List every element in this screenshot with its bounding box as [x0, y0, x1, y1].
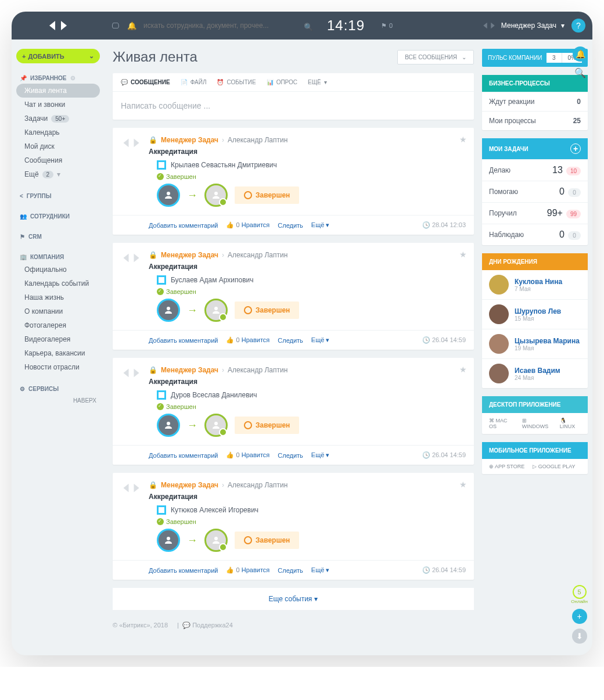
- avatar-from[interactable]: [157, 299, 180, 322]
- pulse-widget[interactable]: ПУЛЬС КОМПАНИИ 30%: [482, 49, 588, 67]
- avatar-to[interactable]: [204, 414, 228, 437]
- download-link[interactable]: ⌘ MAC OS: [489, 418, 514, 429]
- follow-link[interactable]: Следить: [278, 567, 303, 574]
- filter-button[interactable]: ВСЕ СООБЩЕНИЯ ⌄: [397, 50, 474, 64]
- tab-file[interactable]: 📄 ФАЙЛ: [181, 79, 207, 85]
- rail-plus-icon[interactable]: +: [572, 609, 587, 624]
- monitor-icon[interactable]: 🖵: [112, 21, 119, 30]
- sidebar-item[interactable]: Видеогалерея: [16, 332, 100, 346]
- services-header[interactable]: ⚙ СЕРВИСЫ: [16, 383, 100, 394]
- sidebar-item[interactable]: Задачи50+: [16, 112, 100, 125]
- more-link[interactable]: Ещё ▾: [311, 451, 330, 459]
- post-author[interactable]: Менеджер Задач: [161, 481, 218, 489]
- search-icon[interactable]: 🔍: [304, 23, 313, 31]
- sidebar-item[interactable]: Чат и звонки: [16, 98, 100, 112]
- sidebar-item[interactable]: О компании: [16, 304, 100, 318]
- post-author[interactable]: Менеджер Задач: [161, 136, 218, 144]
- task-row[interactable]: Наблюдаю00: [482, 224, 588, 245]
- sidebar-item[interactable]: Наша жизнь: [16, 290, 100, 304]
- star-icon[interactable]: ★: [459, 365, 467, 374]
- star-icon[interactable]: ★: [459, 250, 467, 259]
- sidebar-item[interactable]: Официально: [16, 263, 100, 277]
- tab-poll[interactable]: 📊 ОПРОС: [267, 79, 297, 85]
- notif-flag[interactable]: ⚑ 0: [374, 22, 400, 30]
- sidebar-item[interactable]: Ещё2 ▾: [16, 167, 100, 181]
- groups-header[interactable]: < ГРУППЫ: [16, 191, 100, 202]
- avatar-to[interactable]: [204, 299, 228, 322]
- avatar-to[interactable]: [204, 529, 228, 552]
- sidebar-item[interactable]: Календарь: [16, 125, 100, 139]
- more-link[interactable]: Ещё ▾: [311, 336, 330, 344]
- sidebar-item[interactable]: Фотогалерея: [16, 318, 100, 332]
- employees-header[interactable]: 👥 СОТРУДНИКИ: [16, 211, 100, 222]
- post-recipient[interactable]: Александр Лаптин: [228, 481, 287, 489]
- add-comment-link[interactable]: Добавить комментарий: [149, 567, 218, 574]
- avatar-from[interactable]: [157, 529, 180, 552]
- sidebar-item[interactable]: Календарь событий: [16, 277, 100, 290]
- rail-download-icon[interactable]: ⬇: [572, 629, 587, 644]
- user-menu[interactable]: Менеджер Задач ▾: [481, 21, 571, 30]
- add-comment-link[interactable]: Добавить комментарий: [149, 452, 218, 459]
- rail-search-icon[interactable]: 🔍: [574, 67, 586, 78]
- sidebar-item[interactable]: Живая лента: [16, 84, 100, 98]
- download-link[interactable]: ⊕ APP STORE: [489, 464, 524, 469]
- like-button[interactable]: 👍 0 Нравится: [226, 566, 269, 574]
- follow-link[interactable]: Следить: [278, 222, 303, 229]
- app-logo[interactable]: [12, 19, 105, 33]
- gear-icon[interactable]: ⚙: [70, 75, 76, 81]
- crm-header[interactable]: ⚑ CRM: [16, 231, 100, 242]
- birthday-item[interactable]: Куклова Нина7 Мая: [482, 270, 588, 299]
- add-comment-link[interactable]: Добавить комментарий: [149, 222, 218, 229]
- task-row[interactable]: Помогаю00: [482, 181, 588, 202]
- scroll-top[interactable]: НАВЕРХ: [16, 394, 100, 407]
- download-link[interactable]: ⊞ WINDOWS: [522, 418, 552, 429]
- tab-more[interactable]: ЕЩЁ ▾: [308, 79, 327, 85]
- follow-link[interactable]: Следить: [278, 337, 303, 344]
- avatar-from[interactable]: [157, 184, 180, 207]
- compose-input[interactable]: Написать сообщение ...: [113, 92, 474, 120]
- post-author[interactable]: Менеджер Задач: [161, 366, 218, 374]
- add-task-icon[interactable]: +: [570, 143, 581, 154]
- task-row[interactable]: Делаю1310: [482, 159, 588, 181]
- post-recipient[interactable]: Александр Лаптин: [228, 136, 287, 144]
- search-input[interactable]: [143, 21, 318, 30]
- star-icon[interactable]: ★: [459, 135, 467, 144]
- add-comment-link[interactable]: Добавить комментарий: [149, 337, 218, 344]
- follow-link[interactable]: Следить: [278, 452, 303, 459]
- post-recipient[interactable]: Александр Лаптин: [228, 366, 287, 374]
- tab-message[interactable]: 💬 СООБЩЕНИЕ: [121, 79, 170, 85]
- company-header[interactable]: 🏢 КОМПАНИЯ: [16, 252, 100, 263]
- checkbox-icon[interactable]: [157, 505, 166, 515]
- like-button[interactable]: 👍 0 Нравится: [226, 451, 269, 459]
- online-indicator[interactable]: 5 Онлайн: [571, 585, 588, 604]
- more-events-button[interactable]: Еще события ▾: [113, 588, 474, 610]
- birthday-item[interactable]: Цызырева Марина19 Мая: [482, 329, 588, 358]
- like-button[interactable]: 👍 0 Нравится: [226, 336, 269, 344]
- tab-event[interactable]: ⏰ СОБЫТИЕ: [217, 79, 256, 85]
- birthday-item[interactable]: Исаев Вадим24 Мая: [482, 358, 588, 388]
- post-author[interactable]: Менеджер Задач: [161, 251, 218, 259]
- rail-bell-icon[interactable]: 🔔: [573, 46, 588, 62]
- bizproc-row[interactable]: Ждут реакции0: [482, 92, 588, 111]
- task-row[interactable]: Поручил99+99: [482, 202, 588, 224]
- help-button[interactable]: ?: [571, 19, 585, 33]
- more-link[interactable]: Ещё ▾: [311, 221, 330, 229]
- bell-icon[interactable]: 🔔: [127, 21, 136, 30]
- search-box[interactable]: 🔍: [143, 21, 318, 30]
- support-link[interactable]: Поддержка24: [192, 622, 233, 629]
- download-link[interactable]: ▷ GOOGLE PLAY: [533, 464, 575, 469]
- checkbox-icon[interactable]: [157, 275, 166, 285]
- avatar-from[interactable]: [157, 414, 180, 437]
- sidebar-item[interactable]: Сообщения: [16, 153, 100, 167]
- like-button[interactable]: 👍 0 Нравится: [226, 221, 269, 229]
- sidebar-item[interactable]: Карьера, вакансии: [16, 346, 100, 360]
- add-button[interactable]: + ДОБАВИТЬ ⌄: [16, 49, 100, 63]
- sidebar-item[interactable]: Мой диск: [16, 139, 100, 153]
- birthday-item[interactable]: Шурупов Лев15 Мая: [482, 299, 588, 329]
- download-link[interactable]: 🐧 LINUX: [560, 418, 581, 429]
- bizproc-row[interactable]: Мои процессы25: [482, 111, 588, 130]
- sidebar-item[interactable]: Новости отрасли: [16, 360, 100, 374]
- post-recipient[interactable]: Александр Лаптин: [228, 251, 287, 259]
- star-icon[interactable]: ★: [459, 480, 467, 489]
- more-link[interactable]: Ещё ▾: [311, 566, 330, 574]
